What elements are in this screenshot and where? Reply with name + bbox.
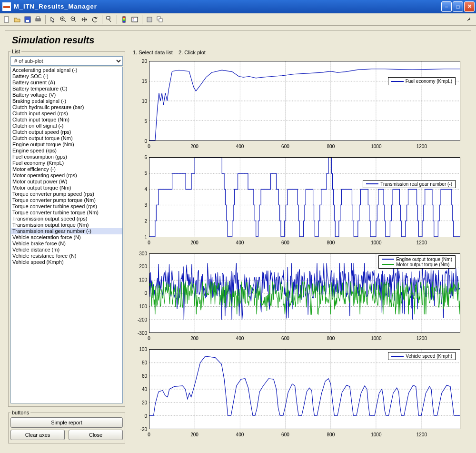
zoom-out-icon[interactable] bbox=[69, 15, 79, 24]
list-item[interactable]: Transmission real gear number (-) bbox=[11, 228, 122, 234]
datacursor-icon[interactable] bbox=[105, 15, 114, 24]
subplot-select[interactable]: # of sub-plot bbox=[10, 56, 123, 66]
minimize-button[interactable]: – bbox=[441, 1, 452, 12]
colorbar-icon[interactable] bbox=[119, 15, 129, 24]
x-tick-label: 600 bbox=[281, 144, 289, 149]
svg-rect-22 bbox=[147, 17, 152, 22]
y-tick-label: 0 bbox=[144, 291, 147, 296]
x-tick-label: 400 bbox=[236, 336, 244, 341]
x-tick-label: 0 bbox=[148, 336, 150, 341]
x-tick-label: 400 bbox=[236, 240, 244, 245]
list-item[interactable]: Vehicle distance (m) bbox=[11, 247, 122, 253]
x-tick-label: 1200 bbox=[416, 144, 427, 149]
list-fieldset: List # of sub-plot Accelerating pedal si… bbox=[8, 49, 125, 407]
clear-axes-button[interactable]: Clear axes bbox=[10, 430, 65, 440]
pan-icon[interactable] bbox=[79, 15, 89, 24]
list-item[interactable]: Torque converter pump speed (rps) bbox=[11, 191, 122, 197]
list-item[interactable]: Battery temperature (C) bbox=[11, 86, 122, 92]
legend-icon[interactable] bbox=[130, 15, 139, 24]
plot-legend[interactable]: Fuel economy (KmpL) bbox=[388, 77, 456, 85]
list-item[interactable]: Clutch input speed (rps) bbox=[11, 111, 122, 117]
pointer-icon[interactable] bbox=[48, 15, 58, 24]
plot-legend[interactable]: Engine output torque (Nm)Motor output to… bbox=[378, 255, 456, 269]
dock-icon[interactable] bbox=[465, 15, 474, 24]
svg-rect-12 bbox=[107, 17, 110, 19]
svg-rect-4 bbox=[37, 17, 40, 19]
plot-axes[interactable]: -300-200-1000100200300020040060080010001… bbox=[130, 250, 465, 346]
open-icon[interactable] bbox=[12, 15, 22, 24]
y-tick-label: 5 bbox=[144, 118, 147, 123]
y-tick-label: 20 bbox=[142, 400, 147, 405]
data-listbox[interactable]: Accelerating pedal signal (-)Battery SOC… bbox=[10, 67, 123, 403]
y-tick-label: -200 bbox=[138, 317, 147, 322]
list-item[interactable]: Fuel economy (KmpL) bbox=[11, 160, 122, 166]
x-tick-label: 200 bbox=[190, 432, 198, 437]
x-tick-label: 1000 bbox=[371, 336, 381, 341]
list-item[interactable]: Transmission output torque (Nm) bbox=[11, 222, 122, 228]
list-item[interactable]: Fuel consumption (gps) bbox=[11, 154, 122, 160]
plot-axes[interactable]: 123456020040060080010001200Transmission … bbox=[130, 153, 465, 250]
list-item[interactable]: Vehicle acceleration force (N) bbox=[11, 234, 122, 241]
y-tick-label: -300 bbox=[138, 331, 147, 336]
list-item[interactable]: Motor output power (W) bbox=[11, 179, 122, 185]
list-item[interactable]: Braking pedal signal (-) bbox=[11, 98, 122, 104]
buttons-fieldset: buttons Simple report Clear axes Close bbox=[8, 410, 125, 443]
list-item[interactable]: Motor efficiency (-) bbox=[11, 166, 122, 172]
y-tick-label: 80 bbox=[142, 360, 147, 365]
list-item[interactable]: Vehicle brake force (N) bbox=[11, 241, 122, 247]
list-item[interactable]: Torque converter turbine torque (Nm) bbox=[11, 210, 122, 216]
y-tick-label: -20 bbox=[140, 427, 147, 432]
figure-toolbar bbox=[0, 13, 476, 26]
x-tick-label: 1000 bbox=[371, 240, 381, 245]
list-item[interactable]: Vehicle speed (Kmph) bbox=[11, 259, 122, 265]
list-item[interactable]: Clutch output torque (Nm) bbox=[11, 135, 122, 141]
plot-axes[interactable]: 05101520020040060080010001200Fuel econom… bbox=[130, 57, 465, 153]
list-item[interactable]: Engine speed (rps) bbox=[11, 148, 122, 154]
svg-rect-16 bbox=[123, 18, 125, 20]
list-item[interactable]: Motor operating speed (rps) bbox=[11, 172, 122, 179]
list-item[interactable]: Accelerating pedal signal (-) bbox=[11, 67, 122, 73]
close-window-button[interactable]: ✕ bbox=[464, 1, 475, 12]
show-plot-icon[interactable] bbox=[155, 15, 165, 24]
maximize-button[interactable]: □ bbox=[453, 1, 463, 12]
list-item[interactable]: Clutch output speed (rps) bbox=[11, 129, 122, 135]
zoom-in-icon[interactable] bbox=[59, 15, 68, 24]
x-tick-label: 800 bbox=[327, 144, 335, 149]
plot-legend[interactable]: Transmission real gear number (-) bbox=[363, 180, 456, 188]
svg-rect-3 bbox=[36, 19, 40, 21]
y-tick-label: 5 bbox=[144, 171, 147, 176]
new-icon[interactable] bbox=[2, 15, 11, 24]
save-icon[interactable] bbox=[23, 15, 32, 24]
list-item[interactable]: Battery current (A) bbox=[11, 80, 122, 86]
list-item[interactable]: Engine output torque (Nm) bbox=[11, 141, 122, 148]
print-icon[interactable] bbox=[33, 15, 43, 24]
x-tick-label: 200 bbox=[190, 336, 198, 341]
y-tick-label: 100 bbox=[139, 277, 147, 282]
list-item[interactable]: Battery SOC (-) bbox=[11, 73, 122, 80]
y-tick-label: 20 bbox=[142, 59, 147, 64]
y-tick-label: 1 bbox=[144, 234, 147, 240]
x-tick-label: 200 bbox=[190, 240, 198, 245]
list-item[interactable]: Torque converter pump torque (Nm) bbox=[11, 197, 122, 203]
close-button[interactable]: Close bbox=[69, 430, 123, 440]
y-tick-label: 4 bbox=[144, 186, 147, 191]
list-item[interactable]: Clutch on off signal (-) bbox=[11, 123, 122, 129]
list-item[interactable]: Clutch hydraulic pressure (bar) bbox=[11, 104, 122, 111]
list-item[interactable]: Torque converter turbine speed (rps) bbox=[11, 203, 122, 210]
list-item[interactable]: Motor output torque (Nm) bbox=[11, 185, 122, 191]
list-item[interactable]: Vehicle resistance force (N) bbox=[11, 253, 122, 259]
svg-rect-15 bbox=[123, 17, 125, 18]
plot-axes[interactable]: -20020406080100020040060080010001200Vehi… bbox=[130, 345, 465, 442]
list-item[interactable]: Battery voltage (V) bbox=[11, 92, 122, 98]
hide-plot-icon[interactable] bbox=[145, 15, 154, 24]
y-tick-label: 0 bbox=[144, 413, 147, 419]
plot-legend[interactable]: Vehicle speed (Kmph) bbox=[388, 352, 456, 360]
rotate-icon[interactable] bbox=[90, 15, 99, 24]
x-tick-label: 0 bbox=[148, 240, 150, 245]
y-tick-label: 2 bbox=[144, 218, 147, 223]
y-tick-label: 0 bbox=[144, 138, 147, 143]
x-tick-label: 1200 bbox=[416, 336, 427, 341]
list-item[interactable]: Clutch input torque (Nm) bbox=[11, 117, 122, 123]
simple-report-button[interactable]: Simple report bbox=[10, 417, 123, 428]
list-item[interactable]: Transmission output speed (rps) bbox=[11, 216, 122, 222]
